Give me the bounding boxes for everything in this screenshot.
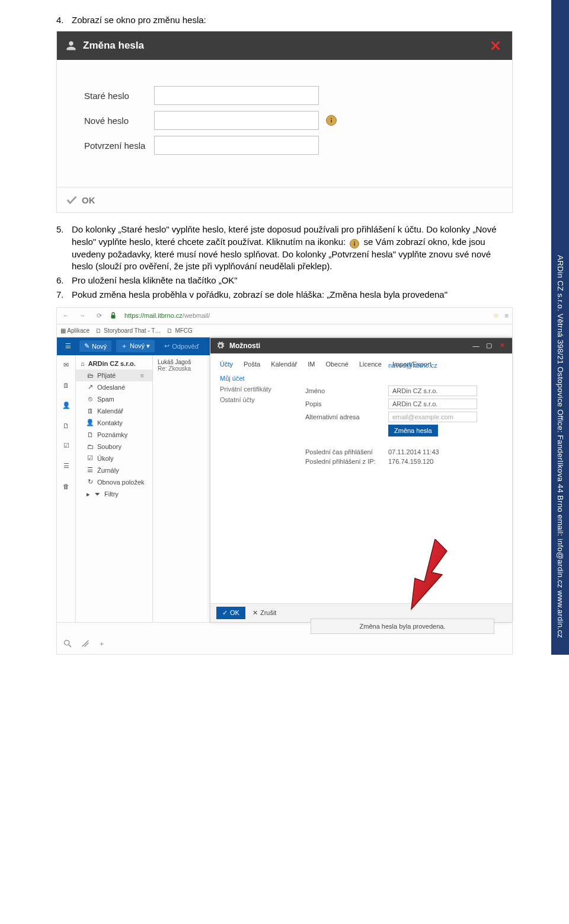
- alt-input[interactable]: email@example.com: [388, 412, 477, 422]
- last-login-value: 07.11.2014 11:43: [388, 448, 503, 455]
- ok-button[interactable]: ✓ OK: [216, 607, 245, 619]
- nav-inbox[interactable]: 🗁Přijaté≡: [76, 369, 152, 381]
- new-dropdown-button[interactable]: ＋ Nový ▾: [116, 340, 155, 352]
- nav-notes[interactable]: 🗋Poznámky: [76, 429, 152, 441]
- left-rail: ✉ 🗓 👤 🗋 ☑ ☰ 🗑: [57, 355, 76, 622]
- step-5: 5. Do kolonky „Staré heslo" vyplňte hesl…: [56, 224, 513, 272]
- nav-spam[interactable]: ⦸Spam: [76, 393, 152, 405]
- reply-button[interactable]: ↩ Odpověď: [159, 340, 203, 352]
- dialog-title: Změna hesla: [83, 40, 487, 52]
- nav-calendar[interactable]: 🗓Kalendář: [76, 405, 152, 417]
- name-input[interactable]: ARDin CZ s.r.o.: [388, 385, 477, 396]
- add-icon[interactable]: ＋: [98, 639, 105, 648]
- dialog-header: Změna hesla: [57, 31, 512, 60]
- side-other[interactable]: Ostatní účty: [220, 396, 271, 403]
- alt-label: Alternativní adresa: [305, 413, 388, 420]
- lock-icon: [110, 312, 116, 319]
- annotation-arrow: [399, 539, 453, 610]
- step-6: 6. Pro uložení hesla klikněte na tlačítk…: [56, 275, 513, 286]
- nav-filters[interactable]: ▸ ⏷Filtry: [76, 488, 152, 501]
- nav-contacts[interactable]: 👤Kontakty: [76, 417, 152, 429]
- dialog-footer: OK: [57, 187, 512, 212]
- back-icon[interactable]: ←: [60, 312, 71, 319]
- step-num: 7.: [56, 289, 72, 301]
- svg-line-11: [69, 645, 71, 647]
- notes-icon[interactable]: 🗋: [61, 420, 72, 431]
- step-text: Zobrazí se okno pro změnu hesla:: [72, 14, 513, 26]
- options-modal: Možnosti — ▢ ✕ Účty Pošta Kalendář IM Ob…: [210, 337, 512, 622]
- step-text: Pro uložení hesla klikněte na tlačítko „…: [72, 275, 513, 286]
- webmail-screenshot: ← → ⟳ https://mail.itbrno.cz/webmail/ ☆ …: [56, 307, 513, 655]
- ok-label: OK: [82, 195, 95, 205]
- info-icon[interactable]: [326, 115, 337, 126]
- bookmarks-bar: ▦ Aplikace 🗋 Storyboard That - T… 🗋 MFCG: [57, 324, 512, 337]
- reload-icon[interactable]: ⟳: [94, 312, 104, 320]
- last-login-label: Poslední čas přihlášení: [305, 448, 388, 455]
- bookmark-item[interactable]: 🗋 Storyboard That - T…: [95, 327, 161, 334]
- gear-icon: [216, 342, 225, 350]
- svg-rect-6: [111, 315, 116, 318]
- maximize-icon[interactable]: ▢: [485, 342, 493, 350]
- tasks-icon[interactable]: ☑: [61, 441, 72, 451]
- menu-icon[interactable]: ☰: [62, 342, 75, 350]
- bookmark-item[interactable]: 🗋 MFCG: [167, 327, 192, 334]
- user-icon: [65, 40, 77, 52]
- svg-rect-5: [354, 243, 356, 246]
- menu-icon[interactable]: ≡: [505, 312, 509, 319]
- cancel-button[interactable]: ✕ Zrušit: [252, 609, 277, 617]
- close-icon[interactable]: [487, 37, 504, 54]
- modal-title: Možnosti: [229, 342, 472, 350]
- trash-icon[interactable]: 🗑: [61, 481, 72, 492]
- close-icon[interactable]: ✕: [498, 342, 506, 350]
- step-text: Do kolonky „Staré heslo" vyplňte heslo, …: [72, 224, 513, 272]
- url-field[interactable]: https://mail.itbrno.cz/webmail/: [122, 311, 487, 320]
- ok-button[interactable]: OK: [65, 193, 95, 206]
- msg-subject[interactable]: Re: Zkouska: [158, 365, 205, 372]
- minimize-icon[interactable]: —: [472, 342, 480, 350]
- footer-stripe: ARDin CZ s.r.o. Větrná 398/21 Ostopovice…: [551, 0, 569, 655]
- account-email: navod@itbrno.cz: [388, 362, 503, 369]
- resize-icon[interactable]: [81, 639, 90, 648]
- step-7: 7. Pokud změna hesla proběhla v pořádku,…: [56, 289, 513, 301]
- nav-tasks[interactable]: ☑Úkoly: [76, 453, 152, 464]
- search-icon[interactable]: [63, 639, 72, 648]
- footer-text: ARDin CZ s.r.o. Větrná 398/21 Ostopovice…: [556, 255, 565, 638]
- svg-point-4: [354, 241, 355, 243]
- nav-account[interactable]: ⌂ ARDin CZ s.r.o.: [76, 358, 152, 369]
- modal-sidebar: Můj účet Privátní certifikáty Ostatní úč…: [220, 371, 271, 407]
- modal-header: Možnosti — ▢ ✕: [210, 338, 512, 353]
- forward-icon[interactable]: →: [77, 312, 88, 319]
- msg-sender[interactable]: Lukáš Jagoš: [158, 359, 205, 365]
- nav-journals[interactable]: ☰Žurnály: [76, 464, 152, 476]
- folder-nav: ⌂ ARDin CZ s.r.o. 🗁Přijaté≡ ↗Odeslané ⦸S…: [76, 355, 153, 622]
- nav-sent[interactable]: ↗Odeslané: [76, 381, 152, 393]
- svg-point-10: [65, 640, 69, 645]
- svg-point-2: [331, 118, 332, 119]
- tab-calendar[interactable]: Kalendář: [271, 358, 297, 374]
- step-text: Pokud změna hesla proběhla v pořádku, zo…: [72, 289, 513, 301]
- new-button[interactable]: ✎ Nový: [79, 340, 111, 352]
- contacts-icon[interactable]: 👤: [61, 400, 72, 411]
- browser-addressbar: ← → ⟳ https://mail.itbrno.cz/webmail/ ☆ …: [57, 308, 512, 324]
- side-my-account[interactable]: Můj účet: [220, 375, 271, 382]
- new-password-input[interactable]: [154, 111, 319, 130]
- apps-icon[interactable]: ▦ Aplikace: [60, 327, 89, 334]
- list-icon[interactable]: ☰: [61, 461, 72, 471]
- nav-files[interactable]: 🗀Soubory: [76, 441, 152, 453]
- old-password-input[interactable]: [154, 86, 319, 105]
- confirm-password-input[interactable]: [154, 136, 319, 155]
- name-label: Jméno: [305, 387, 388, 394]
- change-password-button[interactable]: Změna hesla: [388, 425, 438, 436]
- step-num: 5.: [56, 224, 72, 235]
- star-icon[interactable]: ☆: [493, 312, 499, 320]
- mail-icon[interactable]: ✉: [61, 360, 72, 371]
- old-password-label: Staré heslo: [84, 91, 154, 101]
- new-password-label: Nové heslo: [84, 116, 154, 126]
- dialog-body: Staré heslo Nové heslo Potvrzení hesla: [57, 60, 512, 187]
- nav-restore[interactable]: ↻Obnova položek: [76, 476, 152, 488]
- side-certs[interactable]: Privátní certifikáty: [220, 385, 271, 393]
- svg-marker-9: [411, 539, 447, 609]
- calendar-icon[interactable]: 🗓: [61, 380, 72, 391]
- step-num: 4.: [56, 14, 72, 26]
- desc-input[interactable]: ARDin CZ s.r.o.: [388, 399, 477, 409]
